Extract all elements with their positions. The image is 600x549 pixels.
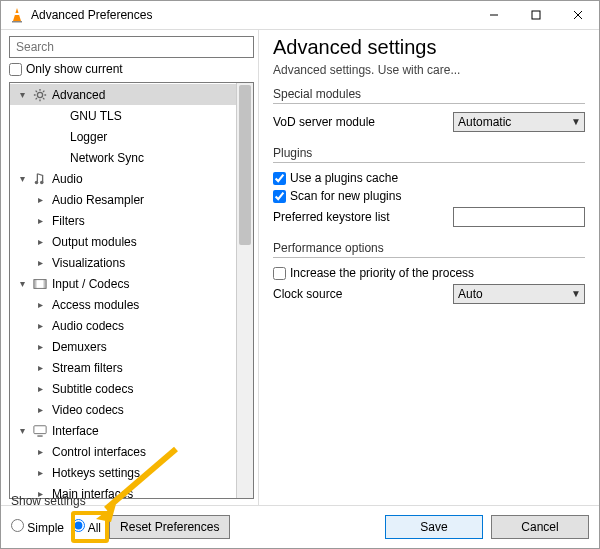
- scrollbar-thumb[interactable]: [239, 85, 251, 245]
- chevron-right-icon[interactable]: ▸: [32, 257, 48, 268]
- search-input[interactable]: [9, 36, 254, 58]
- only-show-current[interactable]: Only show current: [9, 62, 254, 76]
- tree-item[interactable]: Logger: [10, 126, 253, 147]
- tree-item-label: Stream filters: [52, 361, 123, 375]
- chevron-right-icon[interactable]: ▸: [32, 236, 48, 247]
- tree-item[interactable]: ▸Output modules: [10, 231, 253, 252]
- only-show-current-checkbox[interactable]: [9, 63, 22, 76]
- clock-label: Clock source: [273, 287, 453, 301]
- plugins-cache-row[interactable]: Use a plugins cache: [273, 171, 585, 185]
- tree-item[interactable]: ▾Interface: [10, 420, 253, 441]
- maximize-button[interactable]: [515, 1, 557, 29]
- svg-rect-4: [532, 11, 540, 19]
- tree-item-label: Output modules: [52, 235, 137, 249]
- tree-item-label: Video codecs: [52, 403, 124, 417]
- clock-combo[interactable]: Auto ▼: [453, 284, 585, 304]
- only-show-current-label: Only show current: [26, 62, 123, 76]
- chevron-right-icon[interactable]: ▸: [32, 194, 48, 205]
- tree-item-label: Access modules: [52, 298, 139, 312]
- show-settings-label: Show settings: [11, 494, 86, 508]
- svg-rect-11: [34, 279, 37, 288]
- radio-simple[interactable]: Simple: [11, 519, 64, 535]
- chevron-right-icon[interactable]: ▸: [32, 362, 48, 373]
- chevron-right-icon[interactable]: ▸: [32, 404, 48, 415]
- close-button[interactable]: [557, 1, 599, 29]
- chevron-right-icon[interactable]: ▸: [32, 383, 48, 394]
- gear-icon: [32, 87, 48, 103]
- tree-item-label: Input / Codecs: [52, 277, 129, 291]
- tree-item[interactable]: ▸Subtitle codecs: [10, 378, 253, 399]
- group-perf-title: Performance options: [273, 241, 585, 258]
- tree-item-label: Advanced: [52, 88, 105, 102]
- chevron-right-icon[interactable]: ▸: [32, 215, 48, 226]
- tree-item-label: Audio: [52, 172, 83, 186]
- svg-rect-2: [12, 21, 22, 23]
- tree-item[interactable]: ▸Control interfaces: [10, 441, 253, 462]
- svg-rect-1: [15, 13, 19, 15]
- priority-label: Increase the priority of the process: [290, 266, 474, 280]
- tree-item[interactable]: ▸Demuxers: [10, 336, 253, 357]
- tree-item[interactable]: ▾Audio: [10, 168, 253, 189]
- tree-item-label: Demuxers: [52, 340, 107, 354]
- keystore-label: Preferred keystore list: [273, 210, 453, 224]
- tree-item[interactable]: ▸Audio codecs: [10, 315, 253, 336]
- chevron-right-icon[interactable]: ▸: [32, 341, 48, 352]
- plugins-scan-label: Scan for new plugins: [290, 189, 401, 203]
- svg-point-9: [40, 180, 44, 184]
- tree-item[interactable]: ▸Stream filters: [10, 357, 253, 378]
- chevron-down-icon[interactable]: ▾: [14, 89, 30, 100]
- chevron-down-icon[interactable]: ▾: [14, 425, 30, 436]
- tree-item[interactable]: ▸Access modules: [10, 294, 253, 315]
- chevron-right-icon[interactable]: ▸: [32, 299, 48, 310]
- tree-item[interactable]: ▾Advanced: [10, 84, 253, 105]
- tree-item-label: Hotkeys settings: [52, 466, 140, 480]
- vod-combo[interactable]: Automatic ▼: [453, 112, 585, 132]
- tree-item-label: Interface: [52, 424, 99, 438]
- tree-item[interactable]: Network Sync: [10, 147, 253, 168]
- chevron-down-icon[interactable]: ▾: [14, 173, 30, 184]
- titlebar: Advanced Preferences: [1, 1, 599, 30]
- page-subtitle: Advanced settings. Use with care...: [273, 63, 585, 77]
- tree-item[interactable]: ▸Audio Resampler: [10, 189, 253, 210]
- radio-all[interactable]: All: [72, 519, 101, 535]
- clock-combo-value: Auto: [458, 287, 483, 301]
- tree-item-label: Audio Resampler: [52, 193, 144, 207]
- svg-rect-13: [34, 425, 46, 433]
- priority-row[interactable]: Increase the priority of the process: [273, 266, 585, 280]
- chevron-right-icon[interactable]: ▸: [32, 446, 48, 457]
- tree-item-label: Visualizations: [52, 256, 125, 270]
- chevron-down-icon: ▼: [571, 288, 581, 299]
- group-plugins-title: Plugins: [273, 146, 585, 163]
- tree-item[interactable]: GNU TLS: [10, 105, 253, 126]
- tree-item-label: Filters: [52, 214, 85, 228]
- interface-icon: [32, 423, 48, 439]
- minimize-button[interactable]: [473, 1, 515, 29]
- tree-item[interactable]: ▾Input / Codecs: [10, 273, 253, 294]
- svg-point-8: [35, 180, 39, 184]
- reset-preferences-button[interactable]: Reset Preferences: [109, 515, 230, 539]
- svg-point-7: [37, 92, 42, 97]
- plugins-cache-label: Use a plugins cache: [290, 171, 398, 185]
- tree-item[interactable]: ▸Visualizations: [10, 252, 253, 273]
- keystore-input[interactable]: [453, 207, 585, 227]
- tree-item[interactable]: ▸Video codecs: [10, 399, 253, 420]
- settings-tree[interactable]: ▾AdvancedGNU TLSLoggerNetwork Sync▾Audio…: [10, 83, 253, 498]
- tree-scrollbar[interactable]: [236, 83, 253, 498]
- svg-rect-12: [44, 279, 47, 288]
- cancel-button[interactable]: Cancel: [491, 515, 589, 539]
- window-title: Advanced Preferences: [31, 8, 473, 22]
- audio-icon: [32, 171, 48, 187]
- plugins-scan-checkbox[interactable]: [273, 190, 286, 203]
- plugins-cache-checkbox[interactable]: [273, 172, 286, 185]
- chevron-right-icon[interactable]: ▸: [32, 320, 48, 331]
- plugins-scan-row[interactable]: Scan for new plugins: [273, 189, 585, 203]
- tree-item-label: Subtitle codecs: [52, 382, 133, 396]
- tree-item[interactable]: ▸Hotkeys settings: [10, 462, 253, 483]
- chevron-right-icon[interactable]: ▸: [32, 467, 48, 478]
- save-button[interactable]: Save: [385, 515, 483, 539]
- priority-checkbox[interactable]: [273, 267, 286, 280]
- tree-item[interactable]: ▸Filters: [10, 210, 253, 231]
- tree-item-label: Network Sync: [70, 151, 144, 165]
- vod-label: VoD server module: [273, 115, 453, 129]
- chevron-down-icon[interactable]: ▾: [14, 278, 30, 289]
